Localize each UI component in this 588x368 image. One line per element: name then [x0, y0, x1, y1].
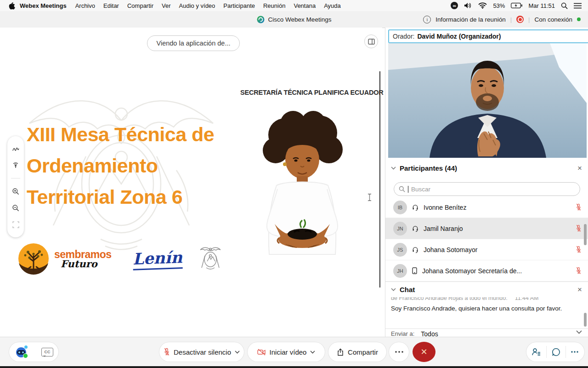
- chevron-down-icon: [310, 351, 315, 354]
- menu-participante[interactable]: Participante: [219, 2, 259, 9]
- battery-percent: 53%: [493, 2, 505, 9]
- mic-muted-icon[interactable]: [576, 203, 582, 211]
- participants-title[interactable]: Participantes (44): [400, 164, 457, 172]
- closed-captions-button[interactable]: CC: [35, 342, 60, 362]
- viewing-application-pill[interactable]: Viendo la aplicación de...: [147, 35, 240, 51]
- menu-ayuda[interactable]: Ayuda: [320, 2, 345, 9]
- chat-title[interactable]: Chat: [400, 286, 415, 293]
- participant-row[interactable]: IB Ivonne Benítez: [385, 197, 588, 218]
- menu-audio-video[interactable]: Audio y vídeo: [175, 2, 220, 9]
- connection-status-dot: [577, 17, 581, 21]
- shared-app-scrollbar[interactable]: [379, 71, 380, 288]
- divider: |: [510, 16, 512, 23]
- start-video-button[interactable]: Iniciar vídeo: [248, 342, 325, 362]
- battery-icon: [511, 3, 522, 8]
- meeting-info-label[interactable]: Información de la reunión: [435, 16, 505, 23]
- participant-name: Johana Sotomayor: [424, 246, 571, 253]
- collapse-chevron-icon[interactable]: [391, 288, 396, 291]
- mobile-device-icon: [412, 267, 417, 274]
- headset-icon: [412, 204, 418, 211]
- connection-status[interactable]: Con conexión: [534, 16, 572, 23]
- close-chat-icon[interactable]: ×: [577, 286, 582, 293]
- participant-search-input[interactable]: Buscar: [394, 182, 580, 196]
- collapse-chevron-icon[interactable]: [391, 167, 396, 170]
- participant-name: Jamil Naranjo: [424, 225, 571, 232]
- chat-scrollbar-thumb[interactable]: [584, 313, 587, 327]
- speaker-video[interactable]: David Muñoz (Organizador): [388, 43, 587, 158]
- close-x-icon: ✕: [420, 347, 427, 357]
- participants-scrollbar-thumb[interactable]: [584, 224, 587, 245]
- chevron-down-icon[interactable]: [576, 330, 582, 334]
- more-panels-button[interactable]: [566, 342, 583, 362]
- headset-icon: [412, 225, 418, 232]
- menu-ventana[interactable]: Ventana: [289, 2, 320, 9]
- close-participants-icon[interactable]: ×: [577, 164, 582, 172]
- panel-buttons-group: [526, 342, 584, 362]
- unmute-button[interactable]: Desactivar silencio: [159, 342, 244, 362]
- panel-layout-toggle-button[interactable]: [364, 34, 378, 48]
- headset-icon: [412, 247, 418, 253]
- participant-row[interactable]: JS Johana Sotomayor: [385, 239, 588, 260]
- participants-panel-button[interactable]: [526, 342, 546, 362]
- search-caret: [408, 186, 408, 193]
- active-speaker-bar: Orador: David Muñoz (Organizador): [388, 29, 588, 43]
- mic-muted-icon[interactable]: [576, 246, 582, 253]
- window-bottom-edge: [0, 366, 588, 368]
- chevron-down-icon: [235, 351, 240, 354]
- send-to-label: Enviar a:: [391, 330, 414, 337]
- wifi-icon[interactable]: [478, 2, 487, 9]
- window-title: Cisco Webex Meetings: [268, 16, 332, 23]
- closed-captions-icon: CC: [41, 348, 53, 356]
- participant-name: Ivonne Benítez: [424, 204, 571, 211]
- avatar: JH: [393, 264, 407, 278]
- avatar: IB: [393, 201, 407, 214]
- divider: |: [528, 16, 530, 23]
- futuro-logo-text: Futuro: [61, 259, 112, 269]
- chat-panel-button[interactable]: [547, 342, 565, 362]
- menu-reunion[interactable]: Reunión: [259, 2, 289, 9]
- meeting-info-icon[interactable]: i: [423, 16, 431, 23]
- slide-title-line3: Territorial Zona 6: [27, 186, 182, 208]
- mic-muted-icon[interactable]: [576, 267, 582, 275]
- send-to-value[interactable]: Todos: [421, 330, 438, 337]
- share-label: Compartir: [348, 348, 378, 356]
- share-button[interactable]: Compartir: [328, 342, 386, 362]
- chat-meta-text: de Francisco Andrade Rojas a todo el mun…: [391, 297, 508, 301]
- chat-section-header: Chat ×: [385, 282, 588, 297]
- participant-row-selected[interactable]: JN Jamil Naranjo: [385, 218, 588, 239]
- menu-compartir[interactable]: Compartir: [123, 2, 158, 9]
- participant-row[interactable]: JH Johana Sotomayor Secretaría de...: [385, 260, 588, 282]
- chat-message-meta: de Francisco Andrade Rojas a todo el mun…: [391, 297, 583, 302]
- meeting-side-panel: Orador: David Muñoz (Organizador): [385, 28, 588, 337]
- meeting-control-bar: CC Desactivar silencio Iniciar vídeo Com…: [0, 337, 588, 367]
- start-video-label: Iniciar vídeo: [270, 348, 307, 356]
- search-placeholder: Buscar: [411, 186, 430, 193]
- leave-meeting-button[interactable]: ✕: [413, 342, 435, 362]
- ecuador-emblem-icon: [199, 246, 222, 272]
- chat-message-text: Soy Francisco Andrade, quisiera hacer un…: [391, 305, 583, 312]
- chat-messages: de Francisco Andrade Rojas a todo el mun…: [391, 297, 583, 328]
- slide-photo-child: [249, 104, 356, 288]
- apple-menu-icon[interactable]: [8, 2, 15, 10]
- menu-editar[interactable]: Editar: [99, 2, 123, 9]
- slide-logos: sembramos Futuro Lenín: [17, 243, 222, 275]
- spotlight-icon[interactable]: [561, 2, 568, 9]
- sembramos-logo-icon: [17, 243, 50, 275]
- participant-name: Johana Sotomayor Secretaría de...: [422, 267, 571, 275]
- more-options-button[interactable]: [389, 342, 409, 362]
- webex-assistant-button[interactable]: [9, 342, 35, 362]
- menu-ver[interactable]: Ver: [158, 2, 175, 9]
- webex-assistant-icon: [16, 345, 28, 358]
- avatar: JS: [393, 243, 407, 257]
- notification-center-icon[interactable]: [574, 3, 582, 9]
- recording-indicator-icon[interactable]: [516, 16, 524, 23]
- chat-send-to-bar[interactable]: Enviar a: Todos: [385, 328, 588, 337]
- volume-icon[interactable]: [464, 2, 472, 9]
- unmute-label: Desactivar silencio: [174, 348, 231, 356]
- creative-cloud-icon[interactable]: ∞: [451, 2, 458, 9]
- mic-muted-icon[interactable]: [576, 224, 582, 232]
- slide-title-line1: XIII Mesa Técnica de: [27, 123, 214, 146]
- menu-archivo[interactable]: Archivo: [71, 2, 99, 9]
- menu-app-name[interactable]: Webex Meetings: [15, 2, 71, 9]
- menu-clock[interactable]: Mar 11:51: [528, 2, 555, 9]
